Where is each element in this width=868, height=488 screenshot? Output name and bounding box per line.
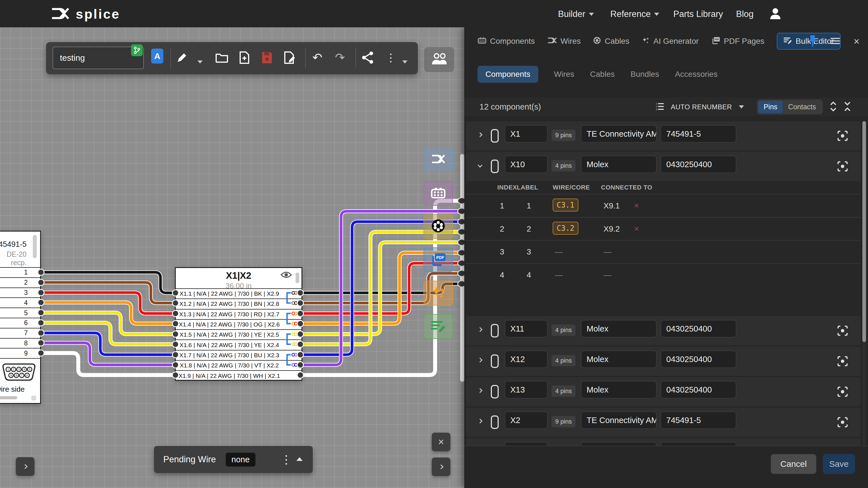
collapse-button[interactable] — [297, 457, 303, 462]
mpn-input[interactable]: 0430250400 — [661, 156, 736, 173]
expand-chevron[interactable] — [478, 327, 482, 332]
component-label-input[interactable]: X11 — [505, 320, 548, 337]
annotation-button[interactable]: A — [151, 48, 163, 64]
pin-row[interactable]: 8 — [0, 338, 40, 348]
wire-row[interactable]: X1.2 | N/A | 22 AWG | 7/30 | BN | X2.8 — [176, 298, 302, 309]
pin-row[interactable]: 3 — [0, 288, 40, 298]
manufacturer-input[interactable]: Molex — [581, 320, 657, 337]
wire-row[interactable]: X1.5 | N/A | 22 AWG | 7/30 | YE | X2.5 — [176, 329, 302, 339]
mpn-input[interactable]: 0430250400 — [661, 351, 736, 368]
wire-row[interactable]: X1.9 | N/A | 22 AWG | 7/30 | WH | X2.1 — [176, 370, 302, 381]
locate-on-canvas-icon[interactable] — [837, 386, 848, 398]
design-name-input[interactable] — [53, 46, 144, 69]
pin-panel-button[interactable] — [808, 35, 817, 48]
row-checkbox[interactable] — [491, 385, 499, 398]
chevron-down-icon[interactable] — [739, 105, 744, 108]
new-file-icon[interactable] — [237, 49, 251, 66]
pin-row[interactable]: 7 — [0, 328, 40, 338]
pin-row[interactable]: 9 — [0, 348, 40, 358]
subtab-cables[interactable]: Cables — [590, 70, 615, 79]
row-checkbox[interactable] — [491, 129, 499, 142]
pending-wire-value[interactable]: none — [226, 453, 255, 466]
close-panel-button[interactable]: × — [854, 36, 860, 46]
toggle-pins[interactable]: Pins — [758, 101, 783, 113]
cables-tool-button[interactable] — [424, 214, 453, 239]
nav-parts-library[interactable]: Parts Library — [673, 9, 723, 19]
undo-icon[interactable]: ↶ — [310, 49, 324, 66]
harness-table[interactable]: X1|X2 36.00 in X1.1 | N/A | 22 AWG | 7/3… — [175, 267, 302, 381]
expand-chevron[interactable] — [478, 388, 482, 393]
pin-row[interactable]: 5 — [0, 307, 40, 318]
wire-row[interactable]: X1.6 | N/A | 22 AWG | 7/30 | YE | X2.4 — [176, 339, 302, 350]
component-label-input[interactable]: X12 — [505, 351, 548, 368]
panel-scrollbar-thumb[interactable] — [862, 121, 866, 342]
row-checkbox[interactable] — [491, 324, 499, 337]
mpn-input[interactable]: 0430250400 — [661, 381, 736, 398]
eye-icon[interactable] — [281, 271, 292, 280]
tab-pdf-pages[interactable]: PDF PDF Pages — [711, 36, 764, 46]
subtab-wires[interactable]: Wires — [554, 70, 575, 79]
ai-generator-tool-button[interactable] — [424, 281, 453, 305]
close-overlay-button[interactable]: × — [432, 433, 451, 451]
auto-renumber-button[interactable]: AUTO RENUMBER — [671, 103, 732, 111]
cancel-button[interactable]: Cancel — [771, 454, 816, 474]
tab-ai-generator[interactable]: AI Generator — [642, 36, 699, 46]
locate-on-canvas-icon[interactable] — [837, 161, 848, 173]
tab-wires[interactable]: Wires — [547, 37, 581, 46]
wire-row[interactable]: X1.4 | N/A | 22 AWG | 7/30 | OG | X2.6 — [176, 319, 302, 329]
mpn-input[interactable]: 745491-5 — [661, 412, 736, 429]
subtab-bundles[interactable]: Bundles — [630, 70, 659, 79]
manufacturer-input[interactable]: TE Connectivity AMP C — [581, 412, 657, 429]
expand-chevron[interactable] — [478, 132, 482, 137]
nav-reference[interactable]: Reference — [610, 9, 659, 19]
wire-core-badge[interactable]: C3.2 — [553, 222, 578, 235]
more-dropdown[interactable] — [398, 53, 412, 70]
pin-row[interactable]: 1 — [0, 267, 40, 277]
expand-chevron[interactable] — [478, 358, 482, 363]
branch-badge[interactable] — [131, 44, 143, 56]
open-folder-icon[interactable] — [215, 49, 229, 66]
remove-connection-icon[interactable]: × — [634, 201, 639, 210]
horizontal-scrollbar[interactable] — [0, 396, 17, 399]
collaborators-button[interactable] — [424, 47, 454, 72]
component-label-input[interactable]: X1 — [505, 125, 548, 142]
draw-tool-dropdown[interactable] — [193, 53, 207, 70]
manufacturer-input[interactable]: Molex — [581, 156, 657, 173]
expand-all-icon[interactable] — [830, 101, 837, 113]
wire-row[interactable]: X1.8 | N/A | 22 AWG | 7/30 | VT | X2.2 — [176, 360, 302, 370]
mpn-input[interactable]: 0430250400 — [661, 320, 736, 337]
tab-components[interactable]: Components — [478, 37, 535, 46]
nav-blog[interactable]: Blog — [736, 9, 753, 19]
pin-row[interactable]: 6 — [0, 318, 40, 328]
app-logo[interactable]: splice — [51, 6, 120, 22]
manufacturer-input[interactable]: Molex — [581, 351, 657, 368]
kebab-menu-icon[interactable]: ⋮ — [281, 453, 292, 466]
collapse-chevron[interactable] — [478, 163, 482, 168]
save-button[interactable]: Save — [823, 454, 855, 474]
manufacturer-input[interactable]: TE Connectivity AMP C — [581, 125, 657, 142]
mini-scrollbar[interactable] — [33, 235, 37, 258]
row-checkbox[interactable] — [491, 160, 499, 173]
row-checkbox[interactable] — [491, 415, 499, 429]
draw-tool-icon[interactable] — [175, 49, 189, 66]
user-menu-button[interactable] — [768, 6, 783, 23]
locate-on-canvas-icon[interactable] — [837, 356, 848, 368]
wire-row[interactable]: X1.7 | N/A | 22 AWG | 7/30 | BU | X2.3 — [176, 350, 302, 360]
nav-builder[interactable]: Builder — [558, 9, 594, 19]
collapse-all-icon[interactable] — [844, 101, 851, 113]
component-label-input[interactable]: X13 — [505, 381, 548, 398]
subtab-components[interactable]: Components — [477, 66, 538, 83]
locate-on-canvas-icon[interactable] — [837, 130, 848, 142]
components-tool-button[interactable] — [424, 181, 453, 206]
manufacturer-input[interactable]: Molex — [581, 381, 657, 398]
remove-connection-icon[interactable]: × — [634, 224, 639, 233]
kebab-menu-icon[interactable]: ⋮ — [384, 49, 398, 66]
share-icon[interactable] — [361, 49, 375, 66]
row-checkbox[interactable] — [491, 354, 499, 368]
connector-table-left[interactable]: 745491-5 DE-20 recp. 1 2 3 4 5 6 7 8 9 — [0, 231, 41, 404]
wire-core-badge[interactable]: C3.1 — [553, 198, 578, 212]
pin-row[interactable]: 2 — [0, 277, 40, 288]
toggle-contacts[interactable]: Contacts — [783, 101, 822, 113]
bulk-editor-tool-button[interactable] — [424, 314, 453, 339]
expand-chevron[interactable] — [478, 419, 482, 424]
